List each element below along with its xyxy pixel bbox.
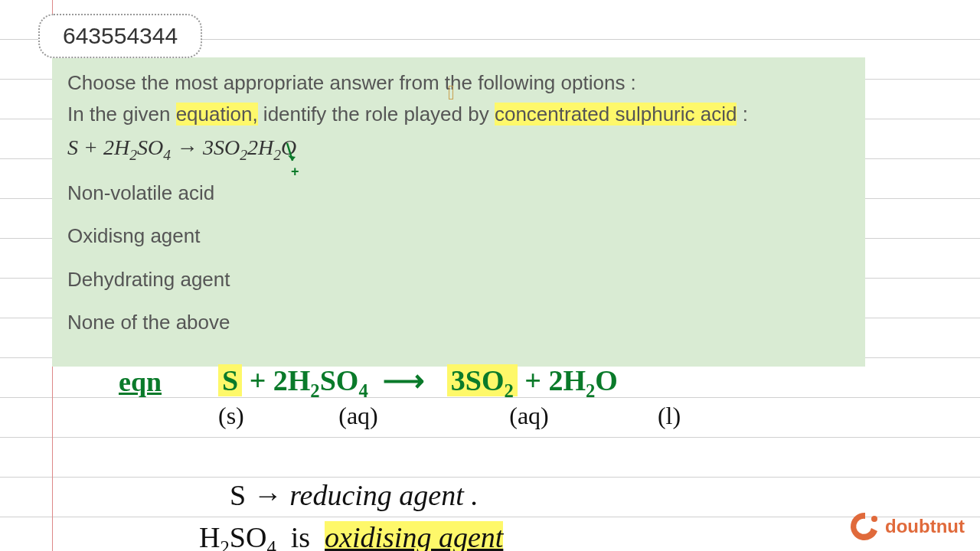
logo-icon xyxy=(848,510,882,543)
hw-l3-s: S xyxy=(230,479,246,511)
hw-conclusion-h2so4: H2SO4 is oxidising agent xyxy=(199,520,503,551)
doubtnut-logo[interactable]: doubtnut xyxy=(848,510,965,543)
q2-highlight-acid: concentrated sulphuric acid xyxy=(495,103,737,126)
hw-plus1: + xyxy=(242,364,273,396)
q2-pre: In the given xyxy=(67,103,176,126)
question-id: 643554344 xyxy=(63,23,178,48)
chemical-equation: S + 2H2SO4 → 3SO22H2O xyxy=(67,132,850,165)
question-panel: Choose the most appropriate answer from … xyxy=(52,57,865,367)
q2-highlight-equation: equation, xyxy=(176,103,258,126)
hw-arrow: ⟶ xyxy=(368,364,447,396)
question-prompt-line2: In the given equation, identify the role… xyxy=(67,100,850,128)
svg-point-3 xyxy=(871,516,877,522)
hw-plus2: + xyxy=(518,364,549,396)
answer-options: Non-volatile acid Oxidisng agent Dehydra… xyxy=(67,179,850,337)
option-c[interactable]: Dehydrating agent xyxy=(67,266,850,293)
hw-reactant-s: S xyxy=(218,364,242,396)
q2-post: : xyxy=(737,103,747,126)
hw-l4-highlight: oxidising agent xyxy=(325,521,503,551)
hw-equation: S + 2H2SO4 ⟶ 3SO2 + 2H2O xyxy=(218,364,618,402)
logo-text: doubtnut xyxy=(885,516,965,537)
option-a[interactable]: Non-volatile acid xyxy=(67,179,850,207)
question-id-box: 643554344 xyxy=(38,14,202,58)
option-b[interactable]: Oxidisng agent xyxy=(67,222,850,249)
hw-eqn-label: eqn xyxy=(119,366,162,398)
hw-state-s: (s) xyxy=(218,402,264,430)
hw-state-aq1: (aq) xyxy=(270,402,446,430)
hw-l4-pre: H2SO4 is xyxy=(199,521,325,551)
question-prompt-line1: Choose the most appropriate answer from … xyxy=(67,69,850,96)
hw-states-row: (s) (aq) (aq) (l) xyxy=(218,402,727,430)
hw-state-aq2: (aq) xyxy=(452,402,606,430)
option-d[interactable]: None of the above xyxy=(67,308,850,336)
hw-state-l: (l) xyxy=(612,402,727,430)
hw-l3-text: reducing agent . xyxy=(289,479,479,511)
hw-product-so2: 3SO2 xyxy=(447,364,518,396)
hw-conclusion-s: S → reducing agent . xyxy=(230,478,479,512)
hw-reactant-h2so4: 2H2SO4 xyxy=(273,364,368,396)
hw-l3-arrow: → xyxy=(246,479,289,511)
q2-mid: identify the role played by xyxy=(258,103,495,126)
hw-product-h2o: 2H2O xyxy=(548,364,617,396)
text-cursor xyxy=(449,86,453,99)
